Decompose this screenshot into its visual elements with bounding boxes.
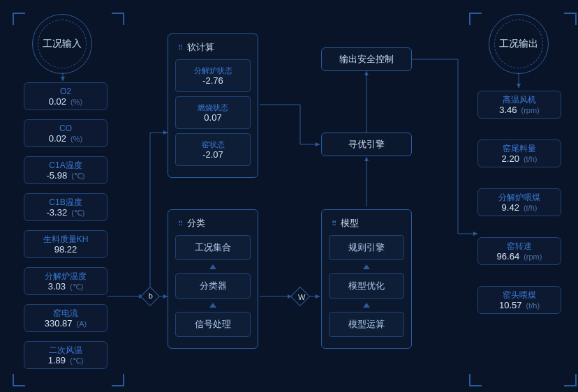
input-card: C1B温度-3.32(℃) [24, 193, 108, 221]
output-value: 9.42 [502, 202, 519, 213]
classify-panel: 分类 工况集合分类器信号处理 [168, 209, 258, 349]
input-label: O2 [60, 86, 71, 96]
opt-engine-box: 寻优引擎 [321, 133, 412, 156]
soft-box: 分解炉状态-2.76 [175, 59, 251, 92]
input-title: 工况输入 [43, 38, 82, 50]
output-ring: 工况输出 [489, 14, 549, 74]
soft-sub-value: -2.07 [176, 149, 250, 160]
soft-box: 窑状态-2.07 [175, 133, 251, 166]
output-unit: (t/h) [526, 301, 540, 310]
input-value: 330.87 [45, 318, 73, 329]
soft-title: 软计算 [178, 41, 251, 54]
output-label: 分解炉喂煤 [498, 193, 540, 202]
output-label: 高温风机 [503, 95, 536, 105]
output-label: 窑转速 [507, 241, 532, 251]
bracket-output-bl [469, 374, 482, 386]
output-unit: (rpm) [524, 252, 542, 261]
input-value: 3.03 [48, 281, 66, 292]
arrow-up-icon [209, 264, 216, 269]
input-label: C1A温度 [49, 160, 82, 170]
model-panel: 模型 规则引擎模型优化模型运算 [321, 209, 412, 349]
bracket-input-bl [13, 374, 25, 386]
input-label: 分解炉温度 [45, 271, 87, 281]
input-unit: (℃) [70, 356, 83, 365]
output-value: 10.57 [499, 300, 522, 310]
input-value: -5.98 [47, 170, 68, 181]
output-label: 窑头喂煤 [503, 290, 536, 300]
output-unit: (rpm) [521, 106, 540, 114]
input-label: CO [59, 123, 72, 133]
input-label: 二次风温 [49, 345, 82, 355]
bracket-output-tr [564, 13, 577, 25]
soft-sub-label: 窑状态 [176, 140, 250, 149]
bracket-input-tr [112, 13, 124, 25]
input-card: O20.02(%) [24, 82, 108, 110]
input-label: C1B温度 [49, 197, 82, 207]
input-value: 98.22 [54, 244, 77, 255]
output-card: 窑转速96.64(rpm) [477, 237, 561, 265]
opt-engine-label: 寻优引擎 [348, 138, 385, 151]
input-unit: (%) [71, 98, 82, 106]
bracket-input-tl [13, 13, 25, 25]
diamond-w-label: W [298, 293, 305, 301]
input-unit: (A) [77, 319, 87, 328]
soft-sub-label: 分解炉状态 [176, 66, 250, 75]
safety-box: 输出安全控制 [321, 47, 412, 71]
classify-box: 工况集合 [175, 235, 251, 260]
input-unit: (℃) [71, 209, 84, 218]
output-card: 分解炉喂煤9.42(t/h) [477, 188, 561, 216]
model-box: 模型运算 [329, 312, 404, 337]
input-unit: (%) [71, 135, 82, 143]
diamond-b-label: b [149, 292, 153, 300]
input-card: 二次风温1.89(℃) [24, 341, 108, 369]
output-value: 2.20 [502, 153, 519, 164]
input-card: C1A温度-5.98(℃) [24, 156, 108, 184]
safety-label: 输出安全控制 [339, 53, 394, 66]
output-value: 96.64 [497, 251, 520, 262]
bracket-output-br [564, 374, 577, 386]
output-card: 窑尾料量2.20(t/h) [477, 140, 561, 167]
soft-box: 燃烧状态0.07 [175, 96, 251, 129]
input-value: 0.02 [49, 133, 66, 144]
output-value: 3.46 [499, 105, 517, 115]
model-title: 模型 [332, 217, 404, 229]
input-card: 生料质量KH98.22 [24, 230, 108, 258]
arrow-up-icon [209, 303, 216, 308]
output-label: 窑尾料量 [503, 144, 536, 153]
model-box: 规则引擎 [329, 235, 404, 260]
output-unit: (t/h) [524, 204, 538, 212]
input-value: 1.89 [48, 355, 66, 365]
model-box: 模型优化 [329, 273, 404, 299]
output-unit: (t/h) [524, 155, 538, 163]
input-ring: 工况输入 [32, 14, 92, 74]
classify-title: 分类 [178, 217, 251, 229]
bracket-input-br [112, 374, 124, 386]
input-card: CO0.02(%) [24, 119, 108, 147]
input-label: 窑电流 [53, 308, 78, 318]
output-card: 高温风机3.46(rpm) [477, 91, 561, 119]
input-card: 分解炉温度3.03(℃) [24, 267, 108, 295]
soft-calc-panel: 软计算 分解炉状态-2.76燃烧状态0.07窑状态-2.07 [168, 33, 258, 178]
soft-sub-value: 0.07 [176, 112, 250, 123]
output-card: 窑头喂煤10.57(t/h) [477, 286, 561, 314]
input-card: 窑电流330.87(A) [24, 304, 108, 332]
classify-box: 分类器 [175, 273, 251, 299]
input-label: 生料质量KH [43, 234, 89, 244]
classify-box: 信号处理 [175, 312, 251, 337]
input-value: 0.02 [49, 96, 66, 107]
soft-sub-label: 燃烧状态 [176, 103, 250, 112]
soft-sub-value: -2.76 [176, 75, 250, 86]
input-unit: (℃) [70, 282, 83, 292]
output-title: 工况输出 [499, 38, 538, 50]
input-value: -3.32 [47, 207, 68, 218]
arrow-up-icon [363, 264, 370, 269]
arrow-up-icon [363, 303, 370, 308]
input-unit: (℃) [71, 172, 84, 181]
bracket-output-tl [469, 13, 482, 25]
